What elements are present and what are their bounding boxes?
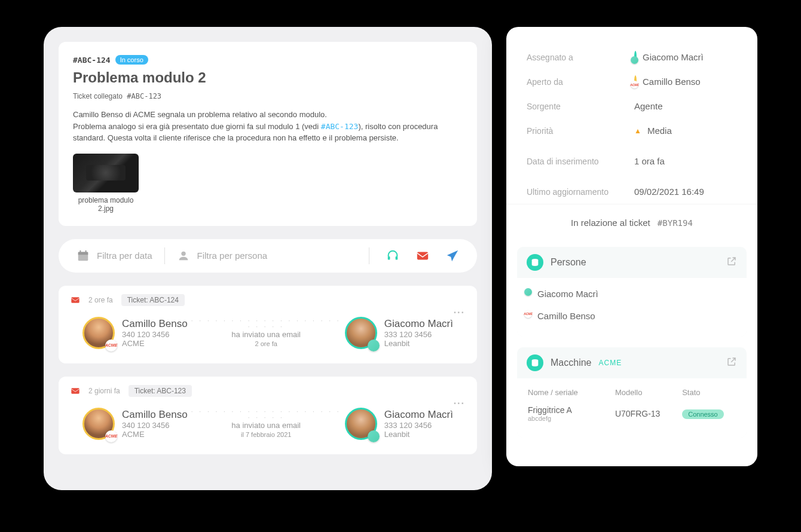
event-card: 2 giorni fa Ticket: ABC-123 ··· ACME Cam… xyxy=(59,377,477,454)
event-ticket-badge[interactable]: Ticket: ABC-123 xyxy=(129,385,192,397)
created-label: Data di inserimento xyxy=(527,157,634,166)
th-name: Nome / seriale xyxy=(528,388,615,397)
event-time: 2 ore fa xyxy=(88,296,113,304)
svg-rect-1 xyxy=(78,252,88,255)
priority-label: Priorità xyxy=(527,126,634,136)
status-badge: Connesso xyxy=(682,409,724,419)
opened-by-value[interactable]: ACME Camillo Benso xyxy=(634,77,701,87)
org-badge: ACME xyxy=(105,430,117,442)
assigned-to-value[interactable]: Giacomo Macrì xyxy=(634,52,704,62)
org-badge: ACME xyxy=(105,340,117,351)
svg-rect-9 xyxy=(71,388,79,393)
attachment[interactable]: problema modulo 2.jpg xyxy=(73,154,139,213)
svg-rect-2 xyxy=(80,250,81,253)
machines-org: ACME xyxy=(598,359,622,367)
open-external-icon[interactable] xyxy=(726,256,737,269)
send-icon[interactable] xyxy=(446,249,459,262)
svg-rect-5 xyxy=(388,256,390,259)
linked-id: #ABC-123 xyxy=(127,92,161,100)
th-model: Modello xyxy=(615,388,682,397)
filter-by-date[interactable]: Filtra per data xyxy=(77,249,152,262)
machine-row[interactable]: Friggitrice A abcdefg U70FRG-13 Connesso xyxy=(528,400,736,427)
event-from-person[interactable]: ACME Camillo Benso 340 120 3456 ACME xyxy=(82,408,188,440)
envelope-icon[interactable] xyxy=(416,249,429,262)
filter-by-person[interactable]: Filtra per persona xyxy=(177,249,268,262)
envelope-icon xyxy=(71,386,80,396)
chevron-up-icon: ▲ xyxy=(634,127,641,135)
event-time: 2 giorni fa xyxy=(88,387,120,395)
open-external-icon[interactable] xyxy=(726,356,737,369)
created-value: 1 ora fa xyxy=(634,156,665,166)
event-to-person[interactable]: Giacomo Macrì 333 120 3456 Leanbit xyxy=(345,408,453,440)
th-state: Stato xyxy=(682,388,736,397)
event-from-person[interactable]: ACME Camillo Benso 340 120 3456 ACME xyxy=(82,317,188,349)
machines-section: Macchine ACME Nome / seriale Modello Sta… xyxy=(517,347,747,438)
database-icon xyxy=(527,254,543,271)
persone-item[interactable]: Giacomo Macrì xyxy=(525,283,738,305)
event-action: · · · · · · · · · · · · · · · · · · · · … xyxy=(188,318,345,347)
calendar-icon xyxy=(77,249,90,262)
org-badge xyxy=(368,430,380,442)
persone-title: Persone xyxy=(551,257,586,268)
persone-section: Persone Giacomo Macrì ACME Camillo Benso xyxy=(517,247,747,337)
ticket-description: Camillo Benso di ACME segnala un problem… xyxy=(73,109,463,144)
linked-ticket[interactable]: Ticket collegato #ABC-123 xyxy=(73,92,463,100)
status-badge: In corso xyxy=(115,55,148,65)
inline-ticket-link[interactable]: #ABC-123 xyxy=(321,122,359,131)
event-action: · · · · · · · · · · · · · · · · · · · · … xyxy=(188,409,345,438)
updated-value: 09/02/2021 16:49 xyxy=(634,186,704,197)
event-to-person[interactable]: Giacomo Macrì 333 120 3456 Leanbit xyxy=(345,317,453,349)
source-label: Sorgente xyxy=(527,102,634,111)
filter-bar: Filtra per data Filtra per persona xyxy=(59,239,477,273)
machines-title: Macchine xyxy=(551,357,591,368)
more-button[interactable]: ··· xyxy=(454,398,465,409)
assigned-to-label: Assegnato a xyxy=(527,53,634,62)
attachment-thumbnail xyxy=(73,154,139,192)
persone-item[interactable]: ACME Camillo Benso xyxy=(525,305,738,327)
attachment-filename: problema modulo 2.jpg xyxy=(73,196,139,213)
ticket-id: #ABC-124 xyxy=(73,56,111,65)
opened-by-label: Aperto da xyxy=(527,77,634,87)
priority-value[interactable]: ▲ Media xyxy=(634,126,672,136)
svg-rect-7 xyxy=(417,252,428,259)
envelope-icon xyxy=(71,295,80,305)
svg-rect-6 xyxy=(396,256,398,259)
svg-rect-8 xyxy=(71,297,79,302)
database-icon xyxy=(527,354,543,371)
event-card: 2 ore fa Ticket: ABC-124 ··· ACME Camill… xyxy=(59,286,477,363)
person-icon xyxy=(177,249,190,262)
org-badge xyxy=(368,340,380,351)
main-column: #ABC-124 In corso Problema modulo 2 Tick… xyxy=(44,27,492,490)
related-ticket[interactable]: In relazione al ticket #BYR194 xyxy=(506,204,757,241)
ticket-card: #ABC-124 In corso Problema modulo 2 Tick… xyxy=(59,42,477,226)
more-button[interactable]: ··· xyxy=(454,307,465,318)
svg-point-4 xyxy=(181,251,185,255)
details-sidebar: Assegnato a Giacomo Macrì Aperto da ACME… xyxy=(506,27,757,466)
headset-icon[interactable] xyxy=(386,249,399,262)
source-value: Agente xyxy=(634,101,663,111)
updated-label: Ultimo aggiornamento xyxy=(527,187,634,197)
event-ticket-badge[interactable]: Ticket: ABC-124 xyxy=(121,294,185,306)
linked-label: Ticket collegato xyxy=(73,92,123,100)
ticket-title: Problema modulo 2 xyxy=(73,69,463,86)
svg-rect-3 xyxy=(85,250,87,253)
